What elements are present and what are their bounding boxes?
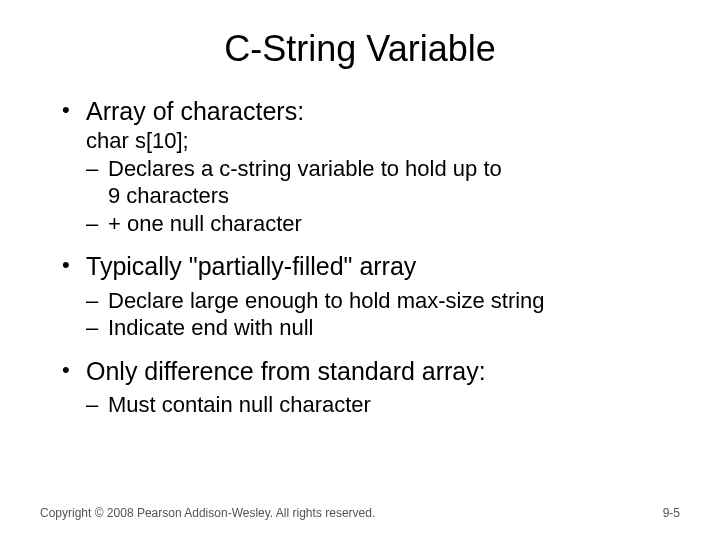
bullet-3-sublist: Must contain null character <box>86 391 680 419</box>
bullet-list: Array of characters: char s[10]; Declare… <box>40 96 680 418</box>
bullet-2: Typically "partially-filled" array Decla… <box>86 251 680 341</box>
copyright-text: Copyright © 2008 Pearson Addison-Wesley.… <box>40 506 375 520</box>
bullet-2-sub-b: Indicate end with null <box>108 314 680 342</box>
page-number: 9-5 <box>663 506 680 520</box>
bullet-1-sublist: Declares a c-string variable to hold up … <box>86 155 680 238</box>
bullet-1-sub-a-line1: Declares a c-string variable to hold up … <box>108 156 502 181</box>
bullet-1-text: Array of characters: <box>86 97 304 125</box>
bullet-2-sub-a: Declare large enough to hold max-size st… <box>108 287 680 315</box>
footer: Copyright © 2008 Pearson Addison-Wesley.… <box>40 506 680 520</box>
bullet-1-code: char s[10]; <box>86 127 680 155</box>
bullet-3: Only difference from standard array: Mus… <box>86 356 680 419</box>
bullet-2-text: Typically "partially-filled" array <box>86 252 416 280</box>
bullet-3-text: Only difference from standard array: <box>86 357 486 385</box>
bullet-2-sublist: Declare large enough to hold max-size st… <box>86 287 680 342</box>
bullet-1: Array of characters: char s[10]; Declare… <box>86 96 680 237</box>
bullet-3-sub-a: Must contain null character <box>108 391 680 419</box>
slide: C-String Variable Array of characters: c… <box>0 0 720 540</box>
bullet-1-sub-a: Declares a c-string variable to hold up … <box>108 155 680 210</box>
bullet-1-sub-a-line2: 9 characters <box>108 183 229 208</box>
bullet-1-sub-b: + one null character <box>108 210 680 238</box>
slide-title: C-String Variable <box>40 28 680 70</box>
